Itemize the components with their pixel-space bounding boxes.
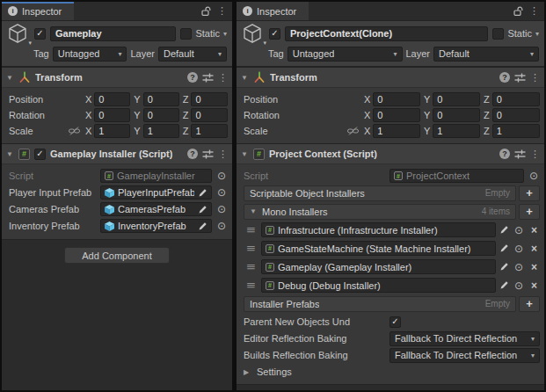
object-picker-icon[interactable]: ⊙ <box>215 187 228 198</box>
rotation-y-input[interactable] <box>143 108 179 122</box>
installer-object-field[interactable]: # GameStateMachine (State Machine Instal… <box>261 241 496 256</box>
static-dropdown-arrow[interactable]: ▾ <box>535 30 539 38</box>
static-checkbox[interactable] <box>492 28 504 40</box>
prefab-object-field[interactable]: InventoryPrefab <box>100 219 212 233</box>
position-z-input[interactable] <box>191 92 228 106</box>
remove-item-icon[interactable]: × <box>528 262 540 272</box>
lock-icon[interactable] <box>201 6 211 17</box>
position-x-input[interactable] <box>94 92 130 106</box>
edit-pencil-icon[interactable] <box>198 188 207 198</box>
presets-icon[interactable] <box>202 73 214 83</box>
object-picker-icon[interactable]: ⊙ <box>513 280 525 291</box>
list-header[interactable]: ▼ Mono Installers 4 items <box>244 204 516 220</box>
name-field[interactable] <box>285 26 488 41</box>
lock-icon[interactable] <box>513 6 523 17</box>
add-item-button[interactable]: + <box>519 296 540 312</box>
presets-icon[interactable] <box>514 73 526 83</box>
builds-reflection-baking-dropdown[interactable]: Fallback To Direct Reflection ▾ <box>389 348 540 363</box>
drag-handle-icon[interactable]: ≡ <box>242 261 259 272</box>
kebab-menu-icon[interactable]: ⋮ <box>218 73 228 83</box>
position-y-input[interactable] <box>143 92 179 106</box>
list-header[interactable]: Scriptable Object Installers Empty <box>244 185 516 201</box>
presets-icon[interactable] <box>202 149 214 159</box>
gameobject-icon[interactable]: ▾ <box>7 23 30 44</box>
rotation-y-input[interactable] <box>433 108 480 122</box>
static-checkbox[interactable] <box>180 28 192 40</box>
drag-handle-icon[interactable]: ≡ <box>242 243 259 254</box>
foldout-icon[interactable]: ▼ <box>6 74 14 82</box>
link-scale-icon[interactable] <box>346 127 360 135</box>
installer-object-field[interactable]: # Gameplay (Gameplay Installer) <box>261 259 496 274</box>
foldout-icon[interactable]: ▼ <box>241 74 249 82</box>
kebab-menu-icon[interactable]: ⋮ <box>530 73 540 83</box>
editor-reflection-baking-dropdown[interactable]: Fallback To Direct Reflection ▾ <box>389 331 540 346</box>
link-scale-icon[interactable] <box>67 127 82 135</box>
position-x-input[interactable] <box>373 92 420 106</box>
presets-icon[interactable] <box>514 149 526 159</box>
scale-x-input[interactable] <box>94 124 130 138</box>
foldout-icon[interactable]: ▼ <box>250 207 258 215</box>
remove-item-icon[interactable]: × <box>528 225 540 236</box>
drag-handle-icon[interactable]: ≡ <box>242 279 259 291</box>
static-dropdown-arrow[interactable]: ▾ <box>223 30 227 38</box>
object-picker-icon[interactable]: ⊙ <box>215 221 228 231</box>
parent-new-objects-checkbox[interactable]: ✓ <box>389 316 401 328</box>
edit-pencil-icon[interactable] <box>499 225 509 235</box>
layer-dropdown[interactable]: Default ▾ <box>158 47 227 62</box>
rotation-z-input[interactable] <box>492 108 540 122</box>
scale-z-input[interactable] <box>191 124 228 138</box>
help-icon[interactable]: ? <box>499 72 510 83</box>
add-component-button[interactable]: Add Component <box>64 247 170 264</box>
scale-x-input[interactable] <box>373 124 420 138</box>
add-item-button[interactable]: + <box>519 185 540 201</box>
script-object-field[interactable]: # GameplayInstaller <box>100 169 212 183</box>
object-picker-icon[interactable]: ⊙ <box>513 243 525 254</box>
drag-handle-icon[interactable]: ≡ <box>242 224 259 236</box>
foldout-icon[interactable]: ▼ <box>6 150 14 158</box>
object-picker-icon[interactable]: ⊙ <box>215 171 228 181</box>
layer-dropdown[interactable]: Default ▾ <box>433 47 539 62</box>
gameobject-icon[interactable]: ▾ <box>242 23 265 44</box>
position-y-input[interactable] <box>433 92 480 106</box>
installer-object-field[interactable]: # Debug (Debug Installer) <box>261 278 496 293</box>
active-checkbox[interactable]: ✓ <box>269 28 280 40</box>
name-field[interactable] <box>50 26 176 41</box>
object-picker-icon[interactable]: ⊙ <box>215 204 228 214</box>
object-picker-icon[interactable]: ⊙ <box>513 262 525 272</box>
list-header[interactable]: Installer Prefabs Empty <box>244 296 516 312</box>
object-picker-icon[interactable]: ⊙ <box>513 225 525 236</box>
kebab-menu-icon[interactable]: ⋮ <box>218 149 228 159</box>
kebab-menu-icon[interactable]: ⋮ <box>530 149 540 159</box>
rotation-z-input[interactable] <box>191 108 228 122</box>
scale-y-input[interactable] <box>433 124 480 138</box>
tag-dropdown[interactable]: Untagged ▾ <box>288 47 403 62</box>
enabled-checkbox[interactable]: ✓ <box>34 149 46 160</box>
remove-item-icon[interactable]: × <box>528 280 540 291</box>
kebab-menu-icon[interactable]: ⋮ <box>217 6 227 16</box>
scale-z-input[interactable] <box>492 124 540 138</box>
prefab-object-field[interactable]: PlayerInputPrefab <box>100 185 212 200</box>
edit-pencil-icon[interactable] <box>198 221 207 231</box>
rotation-x-input[interactable] <box>94 108 130 122</box>
script-object-field[interactable]: # ProjectContext <box>389 169 524 183</box>
scale-y-input[interactable] <box>143 124 179 138</box>
settings-foldout[interactable]: ▶ Settings <box>237 364 544 380</box>
help-icon[interactable]: ? <box>187 72 198 83</box>
remove-item-icon[interactable]: × <box>528 243 540 254</box>
help-icon[interactable]: ? <box>187 149 198 159</box>
prefab-object-field[interactable]: CamerasPrefab <box>100 202 212 216</box>
rotation-x-input[interactable] <box>373 108 420 122</box>
foldout-icon[interactable]: ▼ <box>241 150 249 158</box>
edit-pencil-icon[interactable] <box>499 243 509 253</box>
edit-pencil-icon[interactable] <box>198 205 207 214</box>
help-icon[interactable]: ? <box>499 149 510 159</box>
tab-inspector[interactable]: i Inspector <box>237 2 309 20</box>
position-z-input[interactable] <box>492 92 540 106</box>
edit-pencil-icon[interactable] <box>499 280 509 290</box>
edit-pencil-icon[interactable] <box>499 262 509 272</box>
tag-dropdown[interactable]: Untagged ▾ <box>53 47 127 62</box>
add-item-button[interactable]: + <box>519 204 540 220</box>
object-picker-icon[interactable]: ⊙ <box>528 171 540 181</box>
installer-object-field[interactable]: # Infrastructure (Infrastructure Install… <box>261 222 496 237</box>
tab-inspector[interactable]: i Inspector <box>2 2 74 20</box>
